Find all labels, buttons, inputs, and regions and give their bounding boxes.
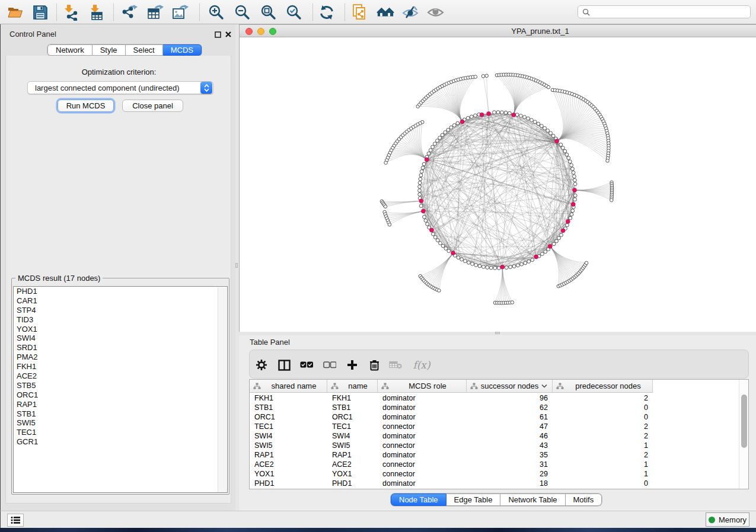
tab-node-table[interactable]: Node Table xyxy=(391,493,446,506)
table-cell: 0 xyxy=(555,412,648,422)
tab-network-table[interactable]: Network Table xyxy=(500,493,565,506)
table-cell: PHD1 xyxy=(254,479,326,488)
first-neighbors-icon[interactable] xyxy=(377,4,394,20)
table-cell: 35 xyxy=(469,450,548,460)
memory-button[interactable]: Memory xyxy=(706,512,749,527)
table-row-FKH1[interactable]: FKH1FKH1dominator962 xyxy=(250,393,741,403)
mcds-result-item[interactable]: FKH1 xyxy=(14,362,227,371)
mcds-result-item[interactable]: PHD1 xyxy=(14,287,227,296)
toolbar-separator xyxy=(312,4,313,21)
table-row-SWI4[interactable]: SWI4SWI4dominator462 xyxy=(250,431,741,441)
mcds-result-item[interactable]: PMA2 xyxy=(14,352,227,362)
table-cell: STB1 xyxy=(254,403,326,412)
close-panel-button[interactable]: Close panel xyxy=(122,100,183,112)
table-row-ORC1[interactable]: ORC1ORC1dominator610 xyxy=(250,412,741,422)
table-panel: Table Panel xyxy=(239,335,756,511)
select-all-columns-icon[interactable] xyxy=(299,358,314,372)
mcds-result-item[interactable]: TID3 xyxy=(14,315,227,325)
save-session-icon[interactable] xyxy=(31,4,49,20)
export-image-icon[interactable] xyxy=(172,4,190,20)
mcds-result-item[interactable]: GCR1 xyxy=(14,437,227,447)
table-cell: dominator xyxy=(382,403,465,412)
column-settings-icon[interactable] xyxy=(254,358,269,372)
task-history-button[interactable] xyxy=(7,514,24,527)
memory-button-label: Memory xyxy=(719,515,747,524)
network-svg xyxy=(240,38,756,332)
mcds-result-item[interactable]: STB1 xyxy=(14,409,227,419)
table-scrollbar[interactable] xyxy=(739,380,748,489)
open-file-icon[interactable] xyxy=(7,4,24,20)
table-cell: connector xyxy=(382,422,465,431)
mcds-result-scrollbar[interactable] xyxy=(218,287,227,493)
zoom-fit-icon[interactable] xyxy=(259,4,277,20)
close-panel-icon[interactable] xyxy=(225,31,232,38)
close-window-icon[interactable] xyxy=(245,28,253,35)
table-row-SWI5[interactable]: SWI5SWI5connector431 xyxy=(250,441,741,450)
mcds-result-item[interactable]: STB5 xyxy=(14,381,227,390)
table-row-TEC1[interactable]: TEC1TEC1connector472 xyxy=(250,422,741,431)
tab-network[interactable]: Network xyxy=(47,44,92,56)
table-cell: 18 xyxy=(469,479,548,488)
table-toolbar: f(x) xyxy=(249,350,749,379)
task-list-icon xyxy=(11,516,20,524)
zoom-out-icon[interactable] xyxy=(233,4,251,20)
export-network-icon[interactable] xyxy=(121,4,139,20)
split-panel-icon[interactable] xyxy=(276,358,292,372)
mcds-result-item[interactable]: STP4 xyxy=(14,306,227,315)
tab-select[interactable]: Select xyxy=(126,44,163,56)
add-column-icon[interactable] xyxy=(344,358,360,372)
column-header-predecessor-nodes[interactable]: predecessor nodes xyxy=(553,380,653,393)
tab-motifs[interactable]: Motifs xyxy=(566,493,602,506)
table-row-STB1[interactable]: STB1STB1dominator620 xyxy=(250,403,741,412)
mcds-result-item[interactable]: YOX1 xyxy=(14,325,227,334)
mcds-result-item[interactable]: RAP1 xyxy=(14,400,227,409)
toolbar-separator xyxy=(113,4,114,21)
tab-edge-table[interactable]: Edge Table xyxy=(446,493,501,506)
memory-status-icon xyxy=(709,517,715,523)
table-cell: dominator xyxy=(382,412,465,422)
apply-layout-icon[interactable] xyxy=(318,4,336,20)
column-header-name[interactable]: name xyxy=(327,380,378,393)
zoom-in-icon[interactable] xyxy=(207,4,225,20)
mcds-result-item[interactable]: ORC1 xyxy=(14,390,227,400)
float-panel-icon[interactable] xyxy=(215,31,222,38)
table-cell: 31 xyxy=(469,460,548,469)
mcds-result-list[interactable]: PHD1CAR1STP4TID3YOX1SWI4SRD1PMA2FKH1ACE2… xyxy=(13,286,228,493)
search-box[interactable] xyxy=(578,5,751,18)
maximize-window-icon[interactable] xyxy=(269,28,276,35)
table-row-YOX1[interactable]: YOX1YOX1connector291 xyxy=(250,469,741,479)
zoom-selected-icon[interactable] xyxy=(285,4,302,20)
table-cell: FKH1 xyxy=(332,393,377,403)
search-input[interactable] xyxy=(590,8,750,16)
column-header-shared-name[interactable]: shared name xyxy=(250,380,327,393)
mcds-result-item[interactable]: ACE2 xyxy=(14,371,227,381)
minimize-window-icon[interactable] xyxy=(257,28,264,35)
table-cell: 1 xyxy=(555,441,648,450)
column-header-successor-nodes[interactable]: successor nodes xyxy=(467,380,553,393)
table-row-RAP1[interactable]: RAP1RAP1dominator352 xyxy=(250,450,741,460)
mcds-result-item[interactable]: SRD1 xyxy=(14,343,227,352)
mcds-result-item[interactable]: SWI5 xyxy=(14,418,227,428)
mcds-result-item[interactable]: TEC1 xyxy=(14,428,227,437)
table-row-ACE2[interactable]: ACE2ACE2connector311 xyxy=(250,460,741,469)
table-cell: TEC1 xyxy=(254,422,326,431)
run-mcds-button[interactable]: Run MCDS xyxy=(58,100,114,112)
import-network-icon[interactable] xyxy=(62,4,80,20)
delete-column-icon[interactable] xyxy=(366,358,382,372)
network-canvas[interactable] xyxy=(240,38,756,332)
column-header-MCDS-role[interactable]: MCDS role xyxy=(378,380,467,393)
unselect-all-columns-icon[interactable] xyxy=(322,358,337,372)
tab-mcds[interactable]: MCDS xyxy=(163,44,202,56)
table-cell: dominator xyxy=(382,479,465,488)
tab-style[interactable]: Style xyxy=(92,44,126,56)
show-all-icon[interactable] xyxy=(426,4,444,20)
table-scrollbar-thumb[interactable] xyxy=(741,395,747,448)
optimization-criterion-select[interactable]: largest connected component (undirected) xyxy=(27,81,213,94)
hide-selected-icon[interactable] xyxy=(401,4,419,20)
table-row-PHD1[interactable]: PHD1PHD1dominator180 xyxy=(250,479,741,488)
import-table-icon[interactable] xyxy=(88,4,106,20)
mcds-result-item[interactable]: CAR1 xyxy=(14,296,227,306)
mcds-result-item[interactable]: SWI4 xyxy=(14,334,227,343)
export-table-icon[interactable] xyxy=(147,4,165,20)
new-network-icon[interactable] xyxy=(351,4,369,20)
